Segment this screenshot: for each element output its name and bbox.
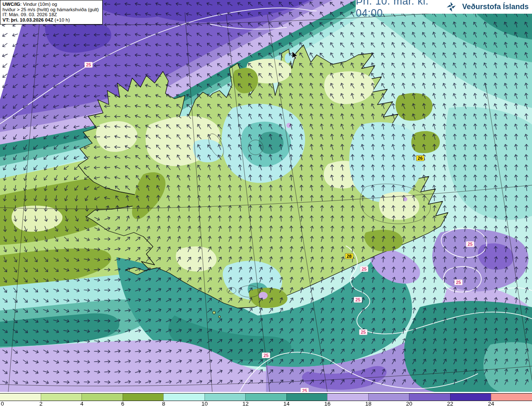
colorbar-segments (0, 393, 532, 401)
vedurstofa-logo-icon (446, 1, 457, 13)
svg-text:25: 25 (468, 242, 473, 247)
colorbar-segment (123, 394, 164, 401)
info-line-4: VT: þri. 10.03.2026 04Z (+10 h) (2, 17, 100, 23)
organization-name: Veðurstofa Íslands (462, 2, 529, 11)
colorbar-segment (450, 394, 491, 401)
colorbar-segment (327, 394, 368, 401)
colorbar-segment (491, 394, 532, 401)
weather-map-stage: 25252525252525252628 UWC/IG: Vindur (10m… (0, 0, 532, 406)
gust-contour-label: 25 (466, 242, 474, 247)
wind-forecast-map: 25252525252525252628 (0, 0, 532, 406)
colorbar-tick-label: 24 (488, 401, 494, 406)
colorbar-tick-label: 8 (162, 401, 165, 406)
colorbar-segment (41, 394, 82, 401)
colorbar-tick-label: 20 (406, 401, 412, 406)
svg-text:25: 25 (456, 280, 461, 285)
colorbar-tick-label: 12 (242, 401, 249, 406)
gust-contour-label: 25 (455, 280, 463, 285)
svg-text:25: 25 (361, 330, 366, 335)
info-line-2: hviður > 25 m/s (hvítt) og hámarkshviða … (2, 7, 100, 12)
svg-text:25: 25 (264, 353, 268, 358)
colorbar-segment (409, 394, 450, 401)
colorbar-tick-label: 10 (202, 401, 208, 406)
gust-contour-label: 25 (262, 353, 270, 358)
gust-contour-label: 25 (360, 330, 367, 335)
svg-text:25: 25 (355, 297, 360, 302)
colorbar-segment (163, 394, 204, 401)
svg-text:26: 26 (418, 156, 423, 161)
colorbar-tick-label: 22 (447, 401, 453, 406)
gust-contour-label: 25 (360, 267, 368, 272)
info-line-1: UWC/IG: Vindur (10m) og (2, 2, 100, 7)
colorbar-tick-label: 2 (39, 401, 43, 406)
max-gust-label: 28 (345, 254, 353, 259)
colorbar-tick-label: 14 (283, 401, 290, 406)
colorbar-tick-label: 16 (324, 401, 330, 406)
svg-text:28: 28 (347, 254, 352, 259)
colorbar-segment (286, 394, 328, 401)
colorbar-segment (204, 394, 246, 401)
max-gust-label: 26 (416, 156, 424, 161)
colorbar-tick-label: 4 (80, 401, 84, 406)
colorbar-tick-label: 18 (365, 401, 372, 406)
colorbar-segment (81, 394, 123, 401)
forecast-info-box: UWC/IG: Vindur (10m) oghviður > 25 m/s (… (0, 0, 103, 24)
info-line-3: IT: Mán. 09. 03. 2026 18Z (2, 12, 100, 17)
colorbar-segment (368, 394, 409, 401)
gust-contour-label: 25 (354, 297, 362, 303)
header-bar: Þri. 10. mar. kl. 04:00 Veðurstofa Íslan… (356, 0, 532, 14)
gust-contour-label: 25 (85, 62, 93, 68)
colorbar-segment (0, 394, 41, 401)
colorbar-segment (245, 394, 286, 401)
colorbar-tick-label: 6 (121, 401, 125, 406)
valid-time-label: Þri. 10. mar. kl. 04:00 (356, 0, 441, 19)
svg-text:25: 25 (362, 267, 367, 271)
colorbar-tick-label: 0 (1, 401, 4, 406)
svg-text:25: 25 (86, 62, 91, 67)
wind-speed-colorbar: 024681012141618202224 (0, 392, 532, 406)
